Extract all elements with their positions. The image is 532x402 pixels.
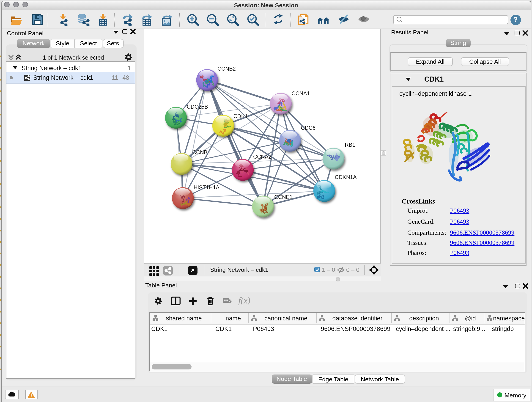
- svg-text:CCNA2: CCNA2: [253, 153, 271, 160]
- svg-text:CCNA1: CCNA1: [291, 90, 310, 96]
- svg-text:CDK1: CDK1: [233, 113, 248, 119]
- svg-text:RB1: RB1: [345, 142, 355, 148]
- svg-text:CDKN1A: CDKN1A: [335, 174, 356, 180]
- svg-text:CDC25B: CDC25B: [186, 104, 208, 109]
- svg-text:HIST1H1A: HIST1H1A: [193, 184, 219, 190]
- svg-text:CDC6: CDC6: [301, 125, 315, 131]
- svg-text:CCNB2: CCNB2: [217, 65, 235, 71]
- svg-text:CCNE1: CCNE1: [274, 194, 292, 200]
- svg-text:CCNB1: CCNB1: [192, 149, 210, 155]
